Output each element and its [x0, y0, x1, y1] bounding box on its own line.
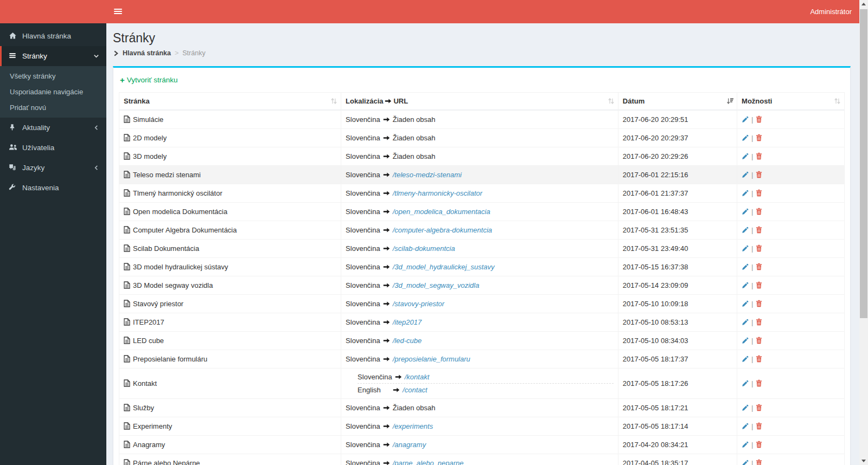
sidebar-item-uzivatelia[interactable]: Užívatelia: [0, 138, 106, 158]
edit-button[interactable]: [742, 380, 749, 388]
edit-button[interactable]: [742, 227, 749, 234]
page-url-link[interactable]: /led-cube: [393, 337, 422, 345]
page-url-link[interactable]: /scilab-dokumentcia: [393, 244, 455, 253]
sort-icon[interactable]: [834, 98, 841, 105]
scrollbar-thumb[interactable]: [860, 9, 867, 318]
edit-button[interactable]: [742, 263, 749, 271]
options-separator: |: [751, 189, 753, 197]
submenu-item-vsetky-stranky[interactable]: Všetky stránky: [0, 68, 106, 84]
page-name-cell: Párne alebo Nepárne: [119, 454, 341, 465]
options-separator: |: [751, 208, 753, 216]
edit-button[interactable]: [742, 245, 749, 253]
sidebar-toggle-button[interactable]: [106, 0, 129, 23]
sort-icon[interactable]: [608, 98, 615, 105]
edit-button[interactable]: [742, 134, 749, 142]
user-menu[interactable]: Administrátor: [810, 0, 852, 23]
page-url-link[interactable]: /experiments: [393, 422, 433, 430]
locale-language: Slovenčina: [346, 226, 380, 234]
page-title: Stránky: [113, 31, 851, 46]
edit-button[interactable]: [742, 460, 749, 465]
delete-button[interactable]: [756, 337, 763, 344]
delete-button[interactable]: [756, 300, 763, 307]
page-url-link[interactable]: /preposielanie_formularu: [393, 355, 470, 363]
scroll-down-button[interactable]: [859, 456, 868, 465]
delete-button[interactable]: [756, 318, 763, 326]
page-name-cell: Kontakt: [119, 369, 341, 399]
page-name: Anagramy: [133, 441, 165, 449]
breadcrumb-home-link[interactable]: Hlavná stránka: [123, 49, 171, 57]
arrow-right-icon: [383, 246, 390, 252]
page-name-cell: Open modelica Dokumentácia: [119, 203, 341, 221]
arrow-right-icon: [383, 227, 390, 234]
delete-button[interactable]: [756, 355, 763, 363]
file-icon: [124, 263, 130, 270]
sidebar-item-stranky[interactable]: Stránky: [0, 46, 106, 66]
page-url-link[interactable]: /3d_model_hydraulickej_sustavy: [393, 263, 495, 271]
edit-button[interactable]: [742, 190, 749, 197]
page-url-link[interactable]: /itep2017: [393, 318, 422, 326]
delete-button[interactable]: [756, 459, 763, 465]
page-url-link[interactable]: /stavovy-priestor: [393, 300, 444, 308]
edit-button[interactable]: [742, 337, 749, 345]
page-url-link[interactable]: /open_modelica_dokumentacia: [393, 208, 490, 216]
submenu-item-usporiadanie-navigacie[interactable]: Usporiadanie navigácie: [0, 84, 106, 100]
delete-button[interactable]: [756, 263, 763, 270]
create-page-button[interactable]: + Vytvoriť stránku: [120, 75, 178, 85]
scroll-up-button[interactable]: [859, 0, 868, 9]
vertical-scrollbar[interactable]: [859, 0, 868, 465]
edit-button[interactable]: [742, 300, 749, 308]
column-header-moznosti[interactable]: Možnosti: [737, 93, 845, 111]
delete-button[interactable]: [756, 379, 763, 387]
page-url-link[interactable]: /contact: [403, 386, 427, 394]
sidebar-item-jazyky[interactable]: Jazyky: [0, 158, 106, 178]
options-cell: |: [737, 350, 845, 369]
delete-button[interactable]: [756, 226, 763, 234]
edit-button[interactable]: [742, 116, 749, 124]
delete-button[interactable]: [756, 208, 763, 215]
delete-button[interactable]: [756, 422, 763, 430]
column-header-stranka[interactable]: Stránka: [119, 93, 341, 111]
delete-button[interactable]: [756, 404, 763, 411]
page-url-link[interactable]: /computer-algebra-dokumentcia: [393, 226, 492, 234]
page-url-link[interactable]: /3d_model_segway_vozidla: [393, 281, 480, 289]
page-url-link[interactable]: /kontakt: [405, 373, 430, 381]
submenu-item-pridat-novu[interactable]: Pridať novú: [0, 100, 106, 115]
delete-button[interactable]: [756, 115, 763, 123]
column-header-lokalizacia-url[interactable]: LokalizáciaURL: [341, 93, 618, 111]
page-url-link[interactable]: /parne_alebo_neparne: [393, 459, 464, 465]
page-url-link[interactable]: /teleso-medzi-stenami: [393, 171, 462, 179]
delete-button[interactable]: [756, 244, 763, 252]
locale-line: Slovenčina/open_modelica_dokumentacia: [346, 207, 614, 216]
arrow-right-icon: [383, 190, 390, 197]
sidebar-item-hlavna-stranka[interactable]: Hlavná stránka: [0, 26, 106, 46]
file-icon: [124, 422, 130, 430]
edit-button[interactable]: [742, 319, 749, 326]
sort-desc-icon[interactable]: [726, 98, 734, 105]
file-icon: [124, 208, 130, 215]
delete-button[interactable]: [756, 281, 763, 289]
page-name: Tlmený harmonický oscilátor: [133, 189, 222, 197]
options-cell: |: [737, 332, 845, 350]
delete-button[interactable]: [756, 189, 763, 197]
sidebar-item-nastavenia[interactable]: Nastavenia: [0, 178, 106, 198]
edit-button[interactable]: [742, 356, 749, 363]
edit-button[interactable]: [742, 423, 749, 430]
edit-button[interactable]: [742, 171, 749, 179]
edit-button[interactable]: [742, 153, 749, 160]
delete-button[interactable]: [756, 171, 763, 178]
delete-button[interactable]: [756, 441, 763, 448]
edit-button[interactable]: [742, 282, 749, 289]
sidebar-item-aktuality[interactable]: Aktuality: [0, 118, 106, 138]
localization-cell: Slovenčina/computer-algebra-dokumentcia: [341, 221, 618, 240]
delete-button[interactable]: [756, 134, 763, 141]
scroll-down-icon: [861, 460, 866, 462]
column-header-datum[interactable]: Dátum: [618, 93, 737, 111]
edit-button[interactable]: [742, 441, 749, 449]
localization-cell: Slovenčina/experiments: [341, 417, 618, 436]
edit-button[interactable]: [742, 404, 749, 412]
page-url-link[interactable]: /tlmeny-harmonicky-oscilator: [393, 189, 482, 197]
edit-button[interactable]: [742, 208, 749, 216]
delete-button[interactable]: [756, 152, 763, 160]
page-url-link[interactable]: /anagramy: [393, 441, 426, 449]
sort-icon[interactable]: [330, 98, 338, 105]
